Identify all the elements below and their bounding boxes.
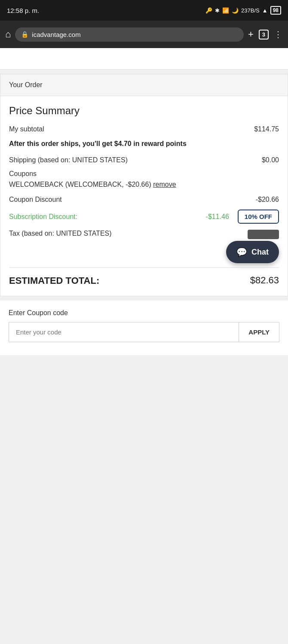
subscription-row: Subscription Discount: -$11.46 10% OFF	[9, 210, 279, 224]
chat-icon: 💬	[236, 247, 247, 257]
subscription-label: Subscription Discount:	[9, 213, 77, 221]
subscription-value: -$11.46	[206, 213, 229, 221]
subtotal-value: $114.75	[254, 125, 279, 133]
url-text: icadvantage.com	[32, 31, 80, 38]
subtotal-label: My subtotal	[9, 125, 254, 133]
coupon-input-row: APPLY	[9, 322, 279, 342]
price-summary-title: Price Summary	[9, 105, 279, 117]
coupon-code-section-label: Enter Coupon code	[9, 309, 279, 317]
chat-button-container: 💬 Chat	[9, 241, 279, 263]
chat-button-label: Chat	[251, 248, 269, 257]
remove-coupon-link[interactable]: remove	[153, 181, 176, 188]
tax-label: Tax (based on: UNITED STATES)	[9, 230, 112, 237]
order-header-text: Your Order	[9, 81, 43, 88]
shipping-label: Shipping (based on: UNITED STATES)	[9, 156, 262, 164]
order-section: Your Order Price Summary My subtotal $11…	[0, 74, 288, 296]
bluetooth-icon: ✱	[215, 7, 220, 14]
tax-row: Tax (based on: UNITED STATES) █████	[9, 230, 279, 239]
status-icons: 🔑 ✱ 📶 🌙 237B/S ▲ 98	[205, 6, 281, 15]
tax-and-chat-container: Tax (based on: UNITED STATES) █████ 💬 Ch…	[9, 230, 279, 263]
coupon-code-detail: WELCOMEBACK (WELCOMEBACK, -$20.66) remov…	[9, 179, 279, 190]
top-partial-section	[0, 48, 288, 70]
total-row: ESTIMATED TOTAL: $82.63	[9, 275, 279, 287]
coupon-code-input[interactable]	[9, 322, 239, 342]
subscription-right: -$11.46 10% OFF	[206, 210, 279, 224]
home-icon[interactable]: ⌂	[5, 29, 11, 40]
reward-notice: After this order ships, you'll get $4.70…	[9, 139, 279, 149]
battery-indicator: 98	[270, 6, 281, 15]
coupon-code-text: WELCOMEBACK (WELCOMEBACK, -$20.66)	[9, 181, 151, 188]
new-tab-icon[interactable]: +	[248, 29, 254, 40]
tax-value: █████	[248, 230, 279, 239]
order-body: Price Summary My subtotal $114.75 After …	[0, 96, 288, 296]
chat-button[interactable]: 💬 Chat	[226, 241, 279, 263]
coupon-info: Coupons WELCOMEBACK (WELCOMEBACK, -$20.6…	[9, 170, 279, 190]
subtotal-row: My subtotal $114.75	[9, 125, 279, 133]
coupon-section: Enter Coupon code APPLY	[0, 301, 288, 355]
coupon-apply-button[interactable]: APPLY	[239, 322, 279, 342]
lock-icon: 🔒	[21, 31, 28, 38]
browser-actions: + 3 ⋮	[248, 29, 283, 40]
shipping-value: $0.00	[262, 156, 279, 164]
status-bar: 12:58 p. m. 🔑 ✱ 📶 🌙 237B/S ▲ 98	[0, 0, 288, 21]
browser-bar: ⌂ 🔒 icadvantage.com + 3 ⋮	[0, 21, 288, 48]
tab-count[interactable]: 3	[259, 30, 269, 39]
wifi-icon: 237B/S	[241, 7, 260, 14]
moon-icon: 🌙	[232, 7, 239, 14]
total-value: $82.63	[250, 275, 279, 286]
coupon-discount-value: -$20.66	[256, 196, 279, 204]
total-divider	[9, 267, 279, 268]
order-header: Your Order	[0, 74, 288, 96]
wifi-bars-icon: ▲	[262, 7, 268, 14]
url-bar[interactable]: 🔒 icadvantage.com	[15, 27, 244, 42]
discount-badge: 10% OFF	[238, 210, 279, 224]
main-content: Your Order Price Summary My subtotal $11…	[0, 74, 288, 364]
coupon-discount-row: Coupon Discount -$20.66	[9, 196, 279, 204]
more-menu-icon[interactable]: ⋮	[274, 29, 283, 39]
total-label: ESTIMATED TOTAL:	[9, 275, 99, 287]
coupons-label: Coupons	[9, 170, 279, 178]
key-icon: 🔑	[205, 7, 212, 14]
coupon-discount-label: Coupon Discount	[9, 196, 62, 204]
status-time: 12:58 p. m.	[7, 7, 39, 14]
signal-icon: 📶	[222, 7, 229, 14]
shipping-row: Shipping (based on: UNITED STATES) $0.00	[9, 156, 279, 164]
